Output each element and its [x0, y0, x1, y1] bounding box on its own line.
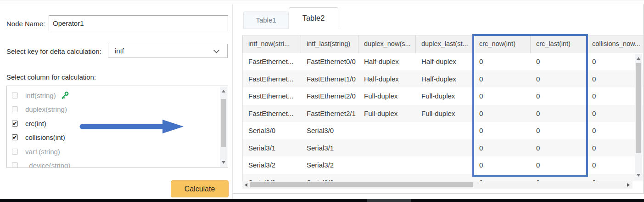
table-cell: 0 — [531, 53, 587, 70]
checkbox-unchecked-icon[interactable] — [12, 149, 18, 155]
table-cell: FastEthernet... — [243, 87, 301, 105]
column-header[interactable]: duplex_last(st... — [416, 35, 474, 53]
table-panel-bottom-border — [233, 193, 644, 194]
table-cell: Serial3/3 — [243, 174, 301, 182]
checkbox-unchecked-icon[interactable] — [12, 162, 18, 168]
table-cell: 0 — [474, 105, 531, 122]
column-header[interactable]: crc_now(int) — [474, 35, 531, 53]
table-cell: 0 — [531, 87, 587, 105]
table-cell: FastEthernet... — [243, 70, 301, 88]
checkbox-checked-icon[interactable]: ✔ — [12, 121, 18, 127]
key-icon — [61, 91, 69, 100]
column-option[interactable]: duplex(string) — [7, 103, 219, 117]
column-option[interactable]: _device(string) — [7, 159, 219, 168]
table-cell: 0 — [531, 174, 587, 182]
scrollbar-thumb[interactable] — [250, 182, 473, 187]
table-cell: Serial3/1 — [243, 139, 301, 157]
table-cell: Serial3/3 — [301, 174, 358, 182]
column-option-label: intf(string) — [25, 92, 56, 99]
column-option-label: var1(string) — [25, 148, 60, 156]
column-option-label: duplex(string) — [25, 105, 67, 113]
table-cell: Full-duplex — [416, 87, 474, 105]
column-option-label: _device(string) — [25, 162, 70, 168]
column-option[interactable]: var1(string) — [7, 144, 219, 159]
scroll-left-icon[interactable] — [245, 183, 247, 187]
scroll-down-icon[interactable] — [637, 174, 640, 177]
table-row[interactable]: Serial3/3Serial3/3000 — [243, 174, 643, 182]
table-cell: 0 — [531, 70, 587, 88]
table-cell: Serial3/2 — [243, 156, 301, 174]
table-cell: 0 — [474, 174, 531, 182]
scroll-up-icon[interactable] — [222, 90, 225, 92]
column-option[interactable]: intf(string) — [7, 88, 219, 103]
table-cell: 0 — [474, 70, 531, 88]
node-name-label: Node Name: — [6, 20, 45, 28]
table-cell — [358, 122, 416, 139]
table-cell — [358, 156, 416, 174]
checkbox-checked-icon[interactable]: ✔ — [12, 134, 18, 140]
table-row[interactable]: Serial3/1Serial3/1000 — [243, 139, 643, 157]
table-cell — [416, 156, 474, 174]
table-body: FastEthernet...FastEthernet0/0Half-duple… — [242, 53, 644, 181]
tab-table1[interactable]: Table1 — [243, 12, 289, 29]
chevron-down-icon — [213, 49, 220, 54]
checkbox-unchecked-icon[interactable] — [12, 92, 18, 98]
bottom-bar — [0, 199, 644, 202]
table-row[interactable]: Serial3/0Serial3/0000 — [243, 122, 643, 139]
column-option-label: collisions(int) — [25, 133, 65, 141]
table-cell: FastEthernet0/0 — [301, 53, 358, 70]
table-cell — [358, 139, 416, 157]
table-cell: FastEthernet2/0 — [301, 87, 358, 105]
table-vertical-scrollbar[interactable] — [635, 54, 642, 180]
table-cell: 0 — [531, 139, 587, 157]
tab-table2[interactable]: Table2 — [289, 7, 338, 29]
table-cell: Full-duplex — [358, 105, 416, 122]
table-row[interactable]: FastEthernet...FastEthernet1/0Half-duple… — [243, 70, 643, 88]
checkbox-unchecked-icon[interactable] — [12, 106, 18, 112]
scroll-up-icon[interactable] — [637, 57, 640, 60]
scroll-down-icon[interactable] — [222, 161, 225, 164]
column-header[interactable]: crc_last(int) — [531, 35, 587, 53]
table-row[interactable]: FastEthernet...FastEthernet2/0Full-duple… — [243, 87, 643, 105]
table-cell: FastEthernet... — [243, 105, 301, 122]
column-header[interactable]: intf_now(stri... — [243, 35, 301, 53]
column-header[interactable]: intf_last(string) — [301, 35, 358, 53]
delta-key-value: intf — [115, 47, 124, 55]
scrollbar-thumb[interactable] — [636, 63, 641, 153]
table-cell: Full-duplex — [416, 105, 474, 122]
table-row[interactable]: Serial3/2Serial3/2000 — [243, 156, 643, 174]
table-cell: FastEthernet1/0 — [301, 70, 358, 88]
table-cell — [416, 139, 474, 157]
table-row[interactable]: FastEthernet...FastEthernet0/0Half-duple… — [243, 53, 643, 70]
table-cell: 0 — [474, 156, 531, 174]
table-cell: Half-duplex — [416, 70, 474, 88]
annotation-arrow-icon — [78, 117, 186, 136]
table-row[interactable]: FastEthernet...FastEthernet2/1Full-duple… — [243, 105, 643, 122]
table-cell: Half-duplex — [416, 53, 474, 70]
scrollbar-thumb[interactable] — [221, 99, 226, 147]
column-header[interactable]: duplex_now(s... — [358, 35, 416, 53]
table-horizontal-scrollbar[interactable] — [242, 181, 633, 189]
table-cell: 0 — [474, 87, 531, 105]
table-cell: 0 — [474, 122, 531, 139]
calculate-button[interactable]: Calculate — [171, 180, 229, 197]
table-cell — [358, 174, 416, 182]
table-cell: 0 — [474, 53, 531, 70]
listbox-scrollbar[interactable] — [220, 87, 227, 167]
delta-config-panel: Node Name: Select key for delta calculat… — [0, 4, 232, 199]
table-cell: FastEthernet2/1 — [301, 105, 358, 122]
delta-key-select[interactable]: intf — [108, 44, 228, 58]
table-cell: Serial3/1 — [301, 139, 358, 157]
top-divider-line — [0, 0, 644, 4]
table-cell: FastEthernet... — [243, 53, 301, 70]
table-cell: Serial3/0 — [301, 122, 358, 139]
table-panel: Table1 Table2 intf_now(stri...intf_last(… — [233, 4, 644, 194]
table-cell: 0 — [474, 139, 531, 157]
table-cell: 0 — [531, 122, 587, 139]
bottom-bar-segment — [367, 199, 411, 202]
node-name-input[interactable] — [49, 15, 228, 31]
column-header[interactable]: collisions_now... — [587, 35, 643, 53]
scroll-right-icon[interactable] — [627, 183, 630, 187]
column-option-label: crc(int) — [25, 120, 46, 127]
table-cell: Half-duplex — [358, 53, 416, 70]
